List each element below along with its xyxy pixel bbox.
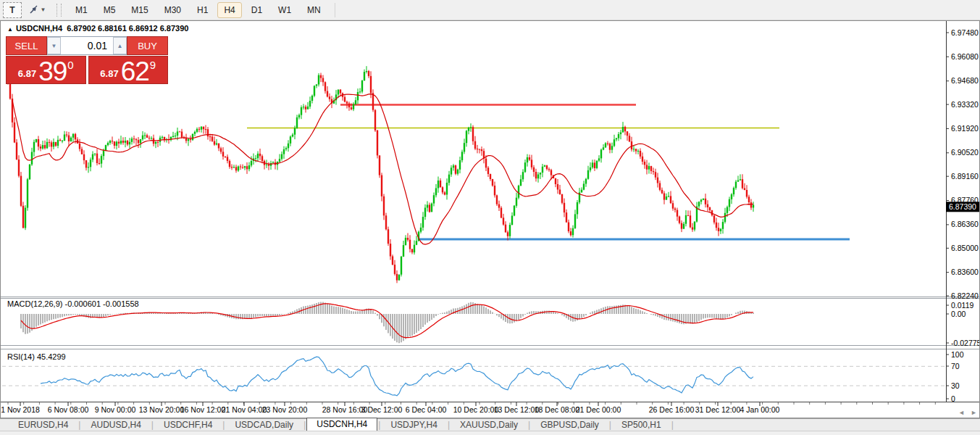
volume-input[interactable] <box>61 37 113 54</box>
sell-price-big: 39 <box>38 60 67 83</box>
svg-text:6.89160: 6.89160 <box>951 172 979 181</box>
timeframe-button-m1[interactable]: M1 <box>69 2 94 18</box>
svg-text:6.93320: 6.93320 <box>951 100 979 109</box>
svg-text:16 Nov 12:00: 16 Nov 12:00 <box>180 405 226 414</box>
svg-text:18 Dec 08:00: 18 Dec 08:00 <box>535 405 580 414</box>
chart-tab-usdjpy[interactable]: USDJPY,H4 <box>381 419 446 431</box>
timeframe-button-m30[interactable]: M30 <box>158 2 188 18</box>
svg-text:70: 70 <box>951 362 960 370</box>
sell-button[interactable]: SELL <box>6 36 47 55</box>
horizontal-scrollbar: ◄ ► <box>958 409 977 416</box>
macd-pane <box>21 302 753 344</box>
svg-text:0: 0 <box>951 394 955 403</box>
one-click-trade-panel: SELL ▼ ▲ BUY 6.87390 6.87629 <box>6 36 168 84</box>
svg-text:6.94680: 6.94680 <box>951 76 979 85</box>
buy-price-big: 62 <box>121 60 149 83</box>
rsi-line <box>41 357 753 396</box>
chart-title-arrow-icon: ▲ <box>7 26 13 33</box>
svg-text:0.0119: 0.0119 <box>951 301 973 310</box>
svg-text:100: 100 <box>951 350 964 359</box>
svg-text:6.91920: 6.91920 <box>951 124 979 133</box>
text-tool-icon[interactable]: T <box>3 2 22 18</box>
svg-text:6 Dec 04:00: 6 Dec 04:00 <box>406 405 447 414</box>
svg-text:26 Dec 16:00: 26 Dec 16:00 <box>649 405 695 414</box>
timeframe-button-m15[interactable]: M15 <box>125 2 154 18</box>
svg-text:4 Jan 00:00: 4 Jan 00:00 <box>740 405 780 414</box>
scroll-right-icon[interactable]: ► <box>971 409 977 416</box>
chart-title: ▲USDCNH,H4 6.87902 6.88161 6.86912 6.873… <box>7 24 188 33</box>
chart-tab-usdcnh[interactable]: USDCNH,H4 <box>306 418 377 431</box>
chart-tab-usdchf[interactable]: USDCHF,H4 <box>154 419 222 431</box>
text-tool-glyph: T <box>9 5 14 15</box>
chart-tab-usdcad[interactable]: USDCAD,Daily <box>225 419 303 431</box>
dropdown-caret-icon: ▼ <box>41 7 46 13</box>
candles-layer <box>7 66 754 283</box>
top-toolbar: T ▼ M1M5M15M30H1H4D1W1MN <box>0 0 980 20</box>
macd-signal-line <box>21 304 753 338</box>
volume-decrease-button[interactable]: ▼ <box>47 37 61 54</box>
svg-text:31 Dec 12:00: 31 Dec 12:00 <box>695 405 741 414</box>
status-bar <box>0 431 980 435</box>
sell-price-sup: 0 <box>67 59 73 71</box>
svg-text:30: 30 <box>951 381 960 390</box>
time-axis[interactable]: 1 Nov 20186 Nov 08:009 Nov 00:0013 Nov 2… <box>1 402 935 414</box>
sell-price-box[interactable]: 6.87390 <box>6 56 86 84</box>
svg-text:9 Nov 00:00: 9 Nov 00:00 <box>95 405 136 414</box>
timeframe-button-mn[interactable]: MN <box>301 2 327 18</box>
sell-price-small: 6.87 <box>18 68 36 79</box>
svg-text:6 Nov 08:00: 6 Nov 08:00 <box>48 405 89 414</box>
svg-text:13 Nov 20:00: 13 Nov 20:00 <box>139 405 185 414</box>
svg-text:6.82240: 6.82240 <box>951 291 979 300</box>
timeframe-button-d1[interactable]: D1 <box>245 2 269 18</box>
svg-text:3 Dec 12:00: 3 Dec 12:00 <box>361 405 403 414</box>
buy-price-small: 6.87 <box>100 68 118 79</box>
macd-indicator-label: MACD(12,26,9) -0.000601 -0.001558 <box>7 299 139 308</box>
buy-button[interactable]: BUY <box>127 36 168 55</box>
moving-average-line <box>12 94 753 245</box>
chart-tab-audusd[interactable]: AUDUSD,H4 <box>81 419 150 431</box>
svg-text:6.87390: 6.87390 <box>949 202 976 211</box>
buy-price-sup: 9 <box>150 59 156 71</box>
svg-text:21 Nov 04:00: 21 Nov 04:00 <box>222 405 267 414</box>
volume-increase-button[interactable]: ▲ <box>113 37 127 54</box>
timeframe-button-h1[interactable]: H1 <box>190 2 214 18</box>
timeframe-button-h4[interactable]: H4 <box>217 2 241 18</box>
chart-title-symbol: USDCNH,H4 <box>16 24 62 33</box>
arrows-tool-icon[interactable]: ▼ <box>25 3 49 17</box>
chart-tab-gbpusd[interactable]: GBPUSD,Daily <box>531 419 608 431</box>
svg-text:23 Nov 20:00: 23 Nov 20:00 <box>262 405 308 414</box>
toolbar-separator <box>335 3 335 17</box>
svg-text:6.90520: 6.90520 <box>951 148 979 157</box>
svg-text:6.96080: 6.96080 <box>951 52 979 61</box>
rsi-pane <box>2 357 945 396</box>
timeframe-button-w1[interactable]: W1 <box>272 2 298 18</box>
timeframe-button-m5[interactable]: M5 <box>97 2 122 18</box>
buy-price-box[interactable]: 6.87629 <box>88 56 169 84</box>
scroll-left-icon[interactable]: ◄ <box>958 409 965 416</box>
chart-tab-eurusd[interactable]: EURUSD,H4 <box>9 419 78 431</box>
timeframe-toolbar: M1M5M15M30H1H4D1W1MN <box>67 2 329 18</box>
rsi-indicator-label: RSI(14) 45.4299 <box>7 352 66 361</box>
chart-tab-sp500[interactable]: SP500,H1 <box>612 419 671 431</box>
trend-lines-layer[interactable] <box>247 105 850 240</box>
svg-text:0.00: 0.00 <box>951 310 966 318</box>
toolbar-grip <box>56 4 62 17</box>
svg-text:13 Dec 12:00: 13 Dec 12:00 <box>494 405 540 414</box>
chart-title-ohlc: 6.87902 6.88161 6.86912 6.87390 <box>67 24 188 33</box>
arrows-glyph <box>28 4 39 15</box>
chart-window: 6.974806.960806.946806.933206.919206.905… <box>0 20 980 418</box>
volume-spinner: ▼ ▲ <box>47 36 127 55</box>
chart-tab-xauusd[interactable]: XAUUSD,Daily <box>451 419 527 431</box>
svg-text:6.97480: 6.97480 <box>951 28 979 37</box>
svg-text:6.83600: 6.83600 <box>951 268 979 276</box>
svg-text:6.86360: 6.86360 <box>951 220 979 228</box>
svg-text:-0.027754: -0.027754 <box>951 339 979 347</box>
svg-text:6.85000: 6.85000 <box>951 244 979 252</box>
tab-separator: | <box>671 420 674 430</box>
chart-tab-bar: EURUSD,H4|AUDUSD,H4|USDCHF,H4|USDCAD,Dai… <box>0 418 980 431</box>
svg-text:21 Dec 00:00: 21 Dec 00:00 <box>576 405 621 414</box>
svg-text:1 Nov 2018: 1 Nov 2018 <box>1 405 40 414</box>
svg-text:10 Dec 20:00: 10 Dec 20:00 <box>453 405 499 414</box>
price-axis[interactable]: 6.974806.960806.946806.933206.919206.905… <box>946 28 979 403</box>
